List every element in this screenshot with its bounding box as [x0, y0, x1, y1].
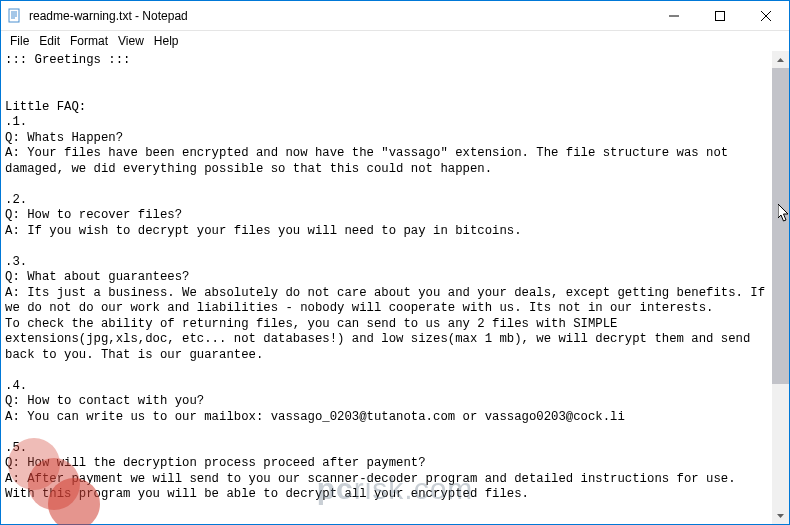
window-title: readme-warning.txt - Notepad: [29, 9, 651, 23]
menu-help[interactable]: Help: [149, 33, 184, 49]
close-button[interactable]: [743, 1, 789, 30]
notepad-icon: [7, 8, 23, 24]
scroll-down-arrow[interactable]: [772, 507, 789, 524]
svg-marker-10: [777, 514, 784, 518]
menu-file[interactable]: File: [5, 33, 34, 49]
menubar: File Edit Format View Help: [1, 31, 789, 51]
text-editor[interactable]: ::: Greetings ::: Little FAQ: .1. Q: Wha…: [1, 51, 772, 524]
window-controls: [651, 1, 789, 30]
titlebar[interactable]: readme-warning.txt - Notepad: [1, 1, 789, 31]
menu-format[interactable]: Format: [65, 33, 113, 49]
vertical-scrollbar[interactable]: [772, 51, 789, 524]
menu-edit[interactable]: Edit: [34, 33, 65, 49]
scroll-up-arrow[interactable]: [772, 51, 789, 68]
notepad-window: readme-warning.txt - Notepad File Edit F…: [0, 0, 790, 525]
content-area: ::: Greetings ::: Little FAQ: .1. Q: Wha…: [1, 51, 789, 524]
scroll-thumb[interactable]: [772, 68, 789, 384]
svg-marker-9: [777, 58, 784, 62]
menu-view[interactable]: View: [113, 33, 149, 49]
scroll-track[interactable]: [772, 68, 789, 507]
svg-rect-6: [716, 11, 725, 20]
minimize-button[interactable]: [651, 1, 697, 30]
maximize-button[interactable]: [697, 1, 743, 30]
